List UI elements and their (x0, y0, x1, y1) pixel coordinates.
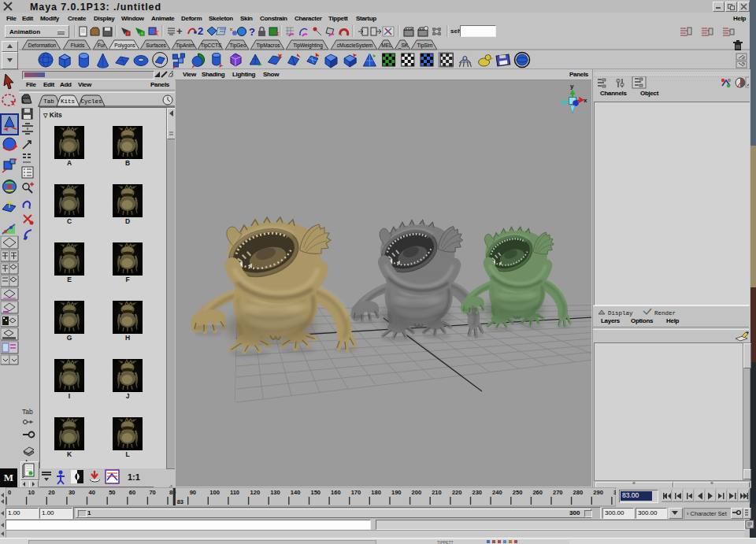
svg-text:TipWeighting: TipWeighting (293, 43, 323, 49)
svg-text:200: 200 (412, 489, 422, 496)
svg-text:280: 280 (573, 489, 584, 496)
svg-text:y: y (570, 83, 574, 90)
svg-text:?: ? (169, 72, 173, 79)
svg-text:230: 230 (472, 489, 483, 496)
svg-text:0: 0 (8, 489, 11, 496)
svg-text:100: 100 (209, 489, 220, 496)
svg-text:83: 83 (177, 498, 183, 505)
svg-text:Cycles: Cycles (80, 98, 102, 105)
svg-text:TipAnim: TipAnim (176, 43, 195, 49)
svg-text:120: 120 (250, 489, 261, 496)
svg-text:150: 150 (311, 489, 321, 496)
svg-text:2: 2 (198, 25, 203, 37)
svg-text:90: 90 (190, 489, 196, 496)
svg-text:30: 30 (69, 489, 75, 496)
svg-text:Surfaces: Surfaces (146, 43, 166, 48)
svg-text:240: 240 (492, 489, 502, 496)
svg-text:M: M (4, 472, 13, 483)
svg-text:140: 140 (291, 489, 301, 496)
svg-text:Display: Display (608, 310, 633, 316)
svg-text:50: 50 (109, 489, 115, 496)
svg-text:1:1: 1:1 (128, 472, 140, 482)
svg-text:250: 250 (513, 489, 523, 496)
svg-text:190: 190 (391, 489, 402, 496)
svg-text:70: 70 (149, 489, 155, 496)
svg-text:TipGeo: TipGeo (229, 43, 246, 49)
svg-text:180: 180 (371, 489, 381, 496)
svg-text:Deformation: Deformation (28, 43, 57, 48)
svg-text:260: 260 (532, 489, 543, 496)
svg-text:160: 160 (331, 489, 341, 496)
svg-text:40: 40 (89, 489, 95, 496)
svg-text:Render: Render (654, 310, 676, 316)
svg-text:30: 30 (613, 489, 616, 496)
svg-text:20: 20 (48, 489, 54, 496)
svg-text:270: 270 (553, 489, 563, 496)
svg-text:10: 10 (28, 489, 35, 496)
svg-text:Polygons: Polygons (114, 43, 135, 49)
svg-text:Fur: Fur (98, 43, 106, 48)
svg-text:x: x (584, 97, 587, 104)
svg-text:+: + (176, 25, 183, 37)
svg-text:210: 210 (432, 489, 442, 496)
svg-text:TipMacros: TipMacros (256, 43, 280, 49)
svg-text:MEL: MEL (381, 43, 392, 48)
svg-text:170: 170 (351, 489, 361, 496)
svg-text:130: 130 (270, 489, 280, 496)
svg-text:cMuscleSystem: cMuscleSystem (337, 43, 373, 49)
svg-text:Kits: Kits (61, 98, 75, 105)
svg-text:TipCCTS: TipCCTS (201, 43, 222, 49)
svg-text:Tab: Tab (43, 98, 54, 105)
svg-text:290: 290 (593, 489, 603, 496)
svg-text:220: 220 (452, 489, 462, 496)
svg-text:60: 60 (129, 489, 135, 496)
svg-text:TipSim: TipSim (417, 43, 433, 49)
svg-text:110: 110 (230, 489, 239, 496)
svg-text:?: ? (249, 26, 255, 38)
svg-text:Fluids: Fluids (71, 43, 85, 48)
svg-text:_SK: _SK (398, 43, 409, 49)
